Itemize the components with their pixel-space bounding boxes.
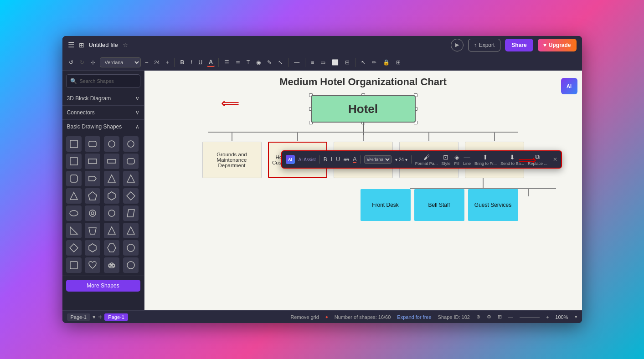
ft-line-button[interactable]: — Line	[463, 154, 471, 166]
ft-fill-button[interactable]: ◈ Fill	[454, 154, 459, 166]
ft-fontcolor[interactable]: A	[353, 156, 356, 163]
section-header-connectors[interactable]: Connectors ∨	[62, 106, 144, 119]
cols-button[interactable]: ⊟	[343, 58, 351, 67]
zoom-dropdown-arrow[interactable]: ▾	[575, 314, 577, 320]
shape-wide-rect[interactable]	[104, 154, 119, 169]
shape-rect3[interactable]	[66, 257, 82, 273]
font-color-button[interactable]: A	[207, 58, 215, 67]
shape-circle5[interactable]	[123, 240, 139, 256]
shape-parallelogram[interactable]	[123, 205, 139, 221]
expand-label[interactable]: Expand for free	[397, 314, 431, 320]
shape-hexagon2[interactable]	[85, 240, 100, 256]
pointer-tool[interactable]: ⊹	[89, 58, 97, 67]
ft-italic[interactable]: I	[331, 156, 332, 163]
ft-strikethrough[interactable]: ab	[344, 157, 349, 162]
shape-triangle5[interactable]	[123, 223, 139, 238]
shape-diamond[interactable]	[123, 188, 139, 204]
more-button[interactable]: ⊞	[394, 58, 402, 67]
export-button[interactable]: ↑ Export	[468, 39, 501, 51]
text-type-button[interactable]: T	[245, 58, 252, 67]
star-icon[interactable]: ☆	[123, 41, 128, 48]
edit-button[interactable]: ✏	[370, 58, 378, 67]
shape-right-triangle[interactable]	[66, 223, 82, 238]
shape-oval[interactable]	[66, 205, 82, 221]
shape-hexagon[interactable]	[104, 188, 119, 204]
subdept-guestservices[interactable]: Guest Services	[468, 189, 518, 221]
more-shapes-button[interactable]: More Shapes	[66, 280, 140, 292]
connector-button[interactable]: ⤡	[276, 58, 284, 67]
ai-canvas-button[interactable]: AI	[561, 78, 577, 94]
shape-triangle4[interactable]	[104, 223, 119, 238]
redo-button[interactable]: ↻	[78, 58, 86, 67]
ft-bring-front-button[interactable]: ⬆ Bring to Fr...	[474, 154, 497, 166]
shape-chamfer-rect[interactable]	[66, 171, 82, 186]
align-options-button[interactable]: ≣	[234, 58, 242, 67]
shape-circle2[interactable]	[123, 136, 139, 152]
line-style-button[interactable]: —	[292, 58, 301, 67]
share-button[interactable]: Share	[505, 39, 533, 51]
ft-underline[interactable]: U	[336, 156, 340, 163]
increase-font-button[interactable]: +	[164, 58, 170, 67]
current-page-tab[interactable]: Page-1	[104, 313, 128, 321]
shape-diamond2[interactable]	[66, 240, 82, 256]
ft-font-select[interactable]: Verdana	[364, 155, 392, 164]
shape-square[interactable]	[66, 136, 82, 152]
shape-rounded-rect2[interactable]	[123, 154, 139, 169]
shape-cloud[interactable]	[104, 257, 119, 273]
decrease-font-button[interactable]: –	[144, 58, 150, 67]
lock-button[interactable]: 🔒	[381, 58, 392, 67]
pen-button[interactable]: ✎	[265, 58, 273, 67]
shape-circle3[interactable]	[85, 205, 100, 221]
shape-triangle2[interactable]	[123, 171, 139, 186]
font-select[interactable]: Verdana	[100, 57, 141, 67]
underline-button[interactable]: U	[196, 58, 204, 67]
ft-bold[interactable]: B	[324, 156, 327, 163]
page-dropdown[interactable]: Page-1	[67, 313, 90, 321]
shape-triangle[interactable]	[104, 171, 119, 186]
subdept-frontdesk[interactable]: Front Desk	[361, 189, 411, 221]
shape-tag[interactable]	[85, 171, 100, 186]
shape-circle[interactable]	[104, 136, 119, 152]
ft-close-button[interactable]: ✕	[553, 156, 557, 163]
filename-label: Untitled file	[89, 41, 118, 48]
shape-pentagon[interactable]	[85, 188, 100, 204]
dept-grounds[interactable]: Grounds and Maintenance Department	[202, 142, 262, 178]
shape-rect[interactable]	[85, 154, 100, 169]
ft-format-paint-button[interactable]: 🖌 Format Pa...	[415, 154, 438, 166]
bold-button[interactable]: B	[178, 58, 186, 67]
search-bar[interactable]: 🔍 Search Shapes	[66, 74, 140, 88]
zoom-plus-button[interactable]: +	[546, 314, 549, 320]
subdept-bellstaff[interactable]: Bell Staff	[414, 189, 464, 221]
fill-button[interactable]: ◉	[254, 58, 263, 67]
italic-button[interactable]: I	[189, 58, 194, 67]
remove-grid-label[interactable]: Remove grid	[290, 314, 319, 320]
page-dropdown-arrow[interactable]: ▾	[93, 313, 96, 320]
play-button[interactable]: ▶	[451, 39, 464, 51]
shape-triangle3[interactable]	[66, 188, 82, 204]
shape-hexagon3[interactable]	[104, 240, 119, 256]
list-button[interactable]: ≡	[309, 58, 316, 67]
zoom-slider[interactable]: ————	[520, 314, 540, 320]
shape-circle6[interactable]	[123, 257, 139, 273]
shape-rounded-rect[interactable]	[85, 136, 100, 152]
add-page-button[interactable]: +	[98, 313, 102, 321]
hotel-box[interactable]: Hotel	[311, 95, 416, 123]
ft-style-button[interactable]: ⊡ Style	[441, 154, 450, 166]
zoom-minus-button[interactable]: —	[508, 314, 513, 320]
settings-icon[interactable]: ⚙	[487, 314, 491, 320]
align-left-button[interactable]: ☰	[222, 58, 231, 67]
shape-heart[interactable]	[85, 257, 100, 273]
upgrade-button[interactable]: ♥ Upgrade	[538, 39, 577, 51]
pointer2-button[interactable]: ↖	[359, 58, 367, 67]
undo-button[interactable]: ↺	[67, 58, 75, 67]
section-header-basicshapes[interactable]: Basic Drawing Shapes ∧	[62, 120, 144, 133]
section-header-3dblock[interactable]: 3D Block Diagram ∨	[62, 92, 144, 105]
layout-icon[interactable]: ⊞	[498, 314, 502, 320]
menu-icon[interactable]: ☰	[68, 41, 74, 49]
canvas-area[interactable]: ⟸ AI Medium Hotel Organizational Chart	[144, 71, 582, 310]
rect-button[interactable]: ▭	[319, 58, 327, 67]
shape-circle4[interactable]	[104, 205, 119, 221]
ellipse-button[interactable]: ⬜	[330, 58, 340, 67]
shape-square2[interactable]	[66, 154, 82, 169]
shape-trapezoid[interactable]	[85, 223, 100, 238]
